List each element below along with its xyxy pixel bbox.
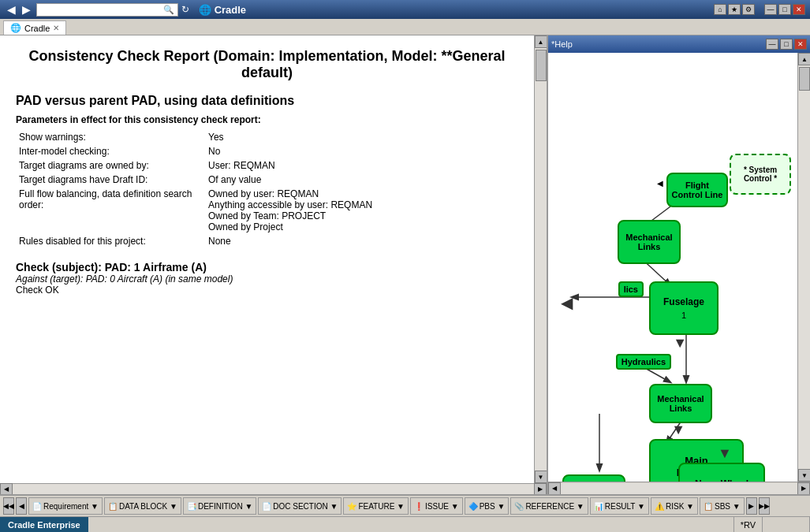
rv-status: *RV xyxy=(734,517,763,532)
status-end xyxy=(763,517,810,532)
doc-section-label: DOC SECTION ▼ xyxy=(273,502,338,511)
sbs-label: SBS ▼ xyxy=(715,502,741,511)
diagram-v-scrollbar[interactable]: ▲ ▼ xyxy=(797,53,810,482)
report-title: Consistency Check Report (Domain: Implem… xyxy=(16,48,518,81)
doc-section-icon: 📄 xyxy=(262,502,271,511)
toolbar-requirement[interactable]: 📄 Requirement ▼ xyxy=(28,497,103,515)
toolbar-data-block[interactable]: 📋 DATA BLOCK ▼ xyxy=(104,497,181,515)
diagram-h-track[interactable] xyxy=(561,483,797,494)
bottom-toolbar: ◀◀ ◀ 📄 Requirement ▼ 📋 DATA BLOCK ▼ 📑 DE… xyxy=(0,494,810,516)
address-text: C:\Users\Cradle User\A| xyxy=(40,5,133,14)
toolbar-issue[interactable]: ❗ ISSUE ▼ xyxy=(410,497,463,515)
toolbar-pbs[interactable]: 🔷 PBS ▼ xyxy=(465,497,510,515)
settings-icon[interactable]: ⚙ xyxy=(742,4,755,15)
app-title: 🌐 Cradle xyxy=(199,4,246,16)
nav-first-button[interactable]: ◀◀ xyxy=(3,497,14,515)
toolbar-result[interactable]: 📊 RESULT ▼ xyxy=(590,497,649,515)
mechanical-links-node: MechanicalLinks xyxy=(618,220,681,264)
minimize-button[interactable]: — xyxy=(764,4,777,15)
check-subject: Check (subject): PAD: 1 Airframe (A) xyxy=(16,261,518,273)
rv-label: *RV xyxy=(741,520,756,530)
mechanical-links-label: MechanicalLinks xyxy=(625,233,672,251)
diagram-title-bar: *Help — □ ✕ xyxy=(548,35,810,53)
toolbar-feature[interactable]: ⭐ FEATURE ▼ xyxy=(343,497,409,515)
diagram-scroll-up[interactable]: ▲ xyxy=(798,53,810,65)
refresh-icon[interactable]: ↻ xyxy=(181,4,189,15)
requirement-label: Requirement ▼ xyxy=(43,502,99,511)
diagram-pane: *Help — □ ✕ xyxy=(548,35,810,494)
diagram-close[interactable]: ✕ xyxy=(794,39,807,50)
nav-prev-button[interactable]: ◀ xyxy=(16,497,27,515)
param-value: User: REQMAN xyxy=(205,158,518,173)
sbs-icon: 📋 xyxy=(704,502,713,511)
table-row: Target diagrams are owned by: User: REQM… xyxy=(16,158,518,173)
help-label: *Help xyxy=(551,39,573,49)
system-control-label: * SystemControl * xyxy=(744,166,777,183)
diagram-scroll-thumb[interactable] xyxy=(799,67,810,91)
fuselage-node: Fuselage 1 xyxy=(649,281,719,335)
scroll-track[interactable] xyxy=(535,48,547,471)
scroll-down-button[interactable]: ▼ xyxy=(535,471,547,483)
nav-last-button[interactable]: ▶▶ xyxy=(759,497,770,515)
param-value: Of any value xyxy=(205,173,518,187)
tab-close-button[interactable]: ✕ xyxy=(53,24,59,32)
diagram-scroll-right[interactable]: ▶ xyxy=(797,482,810,495)
h-scrollbar-browser[interactable]: ◀ ▶ xyxy=(0,483,547,494)
h-scroll-track[interactable] xyxy=(13,484,534,495)
main-window: ◀ ▶ C:\Users\Cradle User\A| 🔍 ↻ 🌐 Cradle… xyxy=(0,0,810,532)
param-label: Rules disabled for this project: xyxy=(16,234,205,248)
browser-tab[interactable]: 🌐 Cradle ✕ xyxy=(3,20,66,35)
feature-label: FEATURE ▼ xyxy=(358,502,405,511)
close-button[interactable]: ✕ xyxy=(793,4,805,15)
diagram-scroll-track[interactable] xyxy=(798,65,810,469)
diagram-minimize[interactable]: — xyxy=(766,39,778,50)
risk-label: RISK ▼ xyxy=(666,502,694,511)
nav-next-button[interactable]: ▶ xyxy=(746,497,757,515)
home-icon[interactable]: ⌂ xyxy=(714,4,726,15)
check-ok: Check OK xyxy=(16,285,518,296)
fuselage-number: 1 xyxy=(681,311,686,320)
table-row: Target diagrams have Draft ID: Of any va… xyxy=(16,173,518,187)
scroll-left-button[interactable]: ◀ xyxy=(0,483,13,495)
vertical-scrollbar[interactable]: ▲ ▼ xyxy=(534,35,547,483)
pbs-label: PBS ▼ xyxy=(480,502,506,511)
hydraulics-small-label: lics xyxy=(618,281,644,297)
address-bar[interactable]: C:\Users\Cradle User\A| 🔍 xyxy=(36,3,178,17)
param-value: Yes xyxy=(205,130,518,144)
diagram-scroll-down[interactable]: ▼ xyxy=(798,469,810,482)
result-icon: 📊 xyxy=(594,502,603,511)
forward-button[interactable]: ▶ xyxy=(20,3,33,16)
status-empty xyxy=(88,517,734,532)
toolbar-sbs[interactable]: 📋 SBS ▼ xyxy=(700,497,745,515)
fuselage-label: Fuselage xyxy=(663,296,704,307)
maximize-button[interactable]: □ xyxy=(778,4,791,15)
reference-icon: 📎 xyxy=(514,502,524,511)
diagram-scroll-left[interactable]: ◀ xyxy=(548,482,561,495)
definition-icon: 📑 xyxy=(187,502,196,511)
reference-label: REFERENCE ▼ xyxy=(525,502,584,511)
param-label: Inter-model checking: xyxy=(16,144,205,158)
param-label: Target diagrams are owned by: xyxy=(16,158,205,173)
toolbar-risk[interactable]: ⚠️ RISK ▼ xyxy=(651,497,698,515)
mechanical-links2-label: MechanicalLinks xyxy=(657,394,704,413)
tab-icon: 🌐 xyxy=(10,23,21,33)
scroll-up-button[interactable]: ▲ xyxy=(535,35,547,48)
nose-wheel-label: Nose Wheel xyxy=(695,478,748,482)
scroll-right-button[interactable]: ▶ xyxy=(534,483,547,495)
toolbar-definition[interactable]: 📑 DEFINITION ▼ xyxy=(183,497,256,515)
report-subtitle: PAD versus parent PAD, using data defini… xyxy=(16,94,518,108)
param-value: No xyxy=(205,144,518,158)
browser-nav-group: ◀ ▶ xyxy=(5,3,33,16)
scroll-thumb[interactable] xyxy=(536,50,547,81)
h-scrollbar-diagram[interactable]: ◀ ▶ xyxy=(548,482,810,494)
toolbar-doc-section[interactable]: 📄 DOC SECTION ▼ xyxy=(258,497,342,515)
back-button[interactable]: ◀ xyxy=(5,3,18,16)
toolbar-reference[interactable]: 📎 REFERENCE ▼ xyxy=(510,497,588,515)
params-table: Show warnings: Yes Inter-model checking:… xyxy=(16,130,518,248)
diagram-maximize[interactable]: □ xyxy=(780,39,793,50)
title-bar-left: ◀ ▶ C:\Users\Cradle User\A| 🔍 ↻ 🌐 Cradle xyxy=(5,3,246,17)
system-control-node: * SystemControl * xyxy=(730,154,791,195)
star-icon[interactable]: ★ xyxy=(728,4,741,15)
nose-wheel-node: Nose Wheel 4 xyxy=(678,463,765,482)
status-bar: Cradle Enterprise *RV xyxy=(0,516,810,532)
